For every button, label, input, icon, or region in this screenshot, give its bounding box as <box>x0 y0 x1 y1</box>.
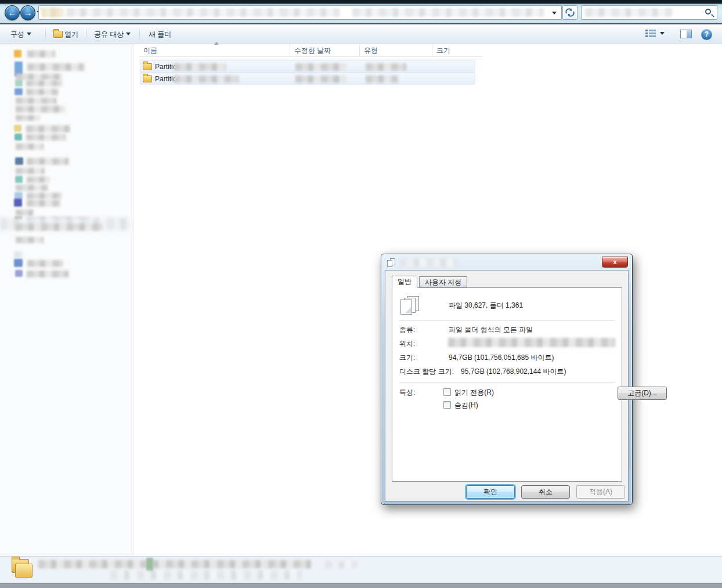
redacted-tree-item <box>27 158 68 165</box>
apply-button[interactable]: 적용(A) <box>576 485 625 499</box>
open-folder-icon <box>53 31 63 38</box>
refresh-button[interactable] <box>562 5 577 20</box>
close-button[interactable]: x <box>602 257 628 268</box>
dialog-body: 일반 사용자 지정 파일 30,627, 폴더 1,361 종류: 파일 폴더 … <box>385 270 629 502</box>
tree-item-icon <box>15 270 23 277</box>
redacted-tree-item <box>26 80 62 86</box>
readonly-checkbox[interactable] <box>443 388 451 396</box>
libraries-icon <box>14 125 21 132</box>
new-folder-button[interactable]: 새 폴더 <box>149 28 171 40</box>
organize-menu-button[interactable]: 구성 <box>10 28 31 40</box>
tree-item-icon <box>15 80 23 86</box>
close-icon: x <box>613 258 616 265</box>
file-row-partition-1[interactable]: Partitio <box>140 60 475 73</box>
cancel-button[interactable]: 취소 <box>521 485 570 499</box>
refresh-icon <box>565 8 575 17</box>
organize-label: 구성 <box>10 30 24 38</box>
redacted-tree-item <box>16 106 65 113</box>
tree-item-icon <box>15 134 22 140</box>
dialog-title-bar[interactable]: x <box>381 254 632 270</box>
column-header-name[interactable]: 이름 <box>139 44 290 57</box>
change-view-button[interactable] <box>645 30 665 41</box>
redacted-location-value <box>448 338 615 347</box>
redacted-file-name <box>174 75 239 83</box>
open-button[interactable]: 열기 <box>53 28 78 40</box>
computer-icon <box>14 199 22 207</box>
window-bottom-edge <box>0 583 722 588</box>
open-label: 열기 <box>64 30 78 38</box>
folder-icon <box>143 63 152 70</box>
navigation-pane[interactable] <box>0 44 133 556</box>
search-input[interactable] <box>581 5 717 20</box>
redacted-dialog-title <box>400 259 458 266</box>
redacted-details-line3 <box>325 561 357 568</box>
size-on-disk-label: 디스크 할당 크기: <box>399 367 454 377</box>
share-with-menu-button[interactable]: 공유 대상 <box>94 28 131 40</box>
tab-general[interactable]: 일반 <box>392 276 417 288</box>
type-label: 종류: <box>399 325 415 335</box>
redacted-tree-item <box>16 210 33 216</box>
size-on-disk-value: 95,7GB (102,768,902,144 바이트) <box>461 367 566 377</box>
redacted-tree-item <box>27 270 68 277</box>
column-header-row: 이름 수정한 날짜 유형 크기 <box>139 44 482 57</box>
redacted-tree-item <box>27 193 62 199</box>
navigation-bar: ← → <box>0 0 722 24</box>
list-view-icon <box>645 30 656 38</box>
favorites-icon <box>14 50 21 57</box>
explorer-window: ← → 구성 열기 공유 대상 새 폴더 <box>0 0 722 588</box>
address-bar[interactable] <box>38 5 562 20</box>
general-tab-page: 파일 30,627, 폴더 1,361 종류: 파일 폴더 형식의 모든 파일 … <box>392 287 622 482</box>
address-path-redacted-2 <box>352 8 544 17</box>
address-path-redacted <box>67 8 340 17</box>
redacted-tree-item <box>27 260 63 267</box>
chevron-down-icon <box>27 33 31 35</box>
file-row-partition-2[interactable]: Partitio <box>140 73 475 85</box>
redacted-tree-item <box>26 125 70 132</box>
redacted-tree-item <box>27 200 60 207</box>
column-header-size[interactable]: 크기 <box>432 44 482 57</box>
size-value: 94,7GB (101,756,051,685 바이트) <box>449 353 554 363</box>
size-label: 크기: <box>399 353 415 363</box>
search-text-redacted <box>585 8 672 17</box>
redacted-tree-item <box>16 185 48 191</box>
tree-item-icon <box>15 157 23 165</box>
redacted-tree-item <box>27 50 55 57</box>
redacted-tree-item <box>16 168 45 174</box>
type-value: 파일 폴더 형식의 모든 파일 <box>449 325 533 335</box>
help-button[interactable]: ? <box>701 28 712 40</box>
selection-summary: 파일 30,627, 폴더 1,361 <box>449 301 523 311</box>
tab-customize[interactable]: 사용자 지정 <box>419 276 467 287</box>
search-icon <box>705 9 711 15</box>
column-header-date-modified[interactable]: 수정한 날짜 <box>290 44 360 57</box>
forward-arrow-icon: → <box>24 8 33 17</box>
chevron-down-icon <box>660 32 665 35</box>
advanced-button[interactable]: 고급(D)... <box>618 387 667 400</box>
divider <box>399 320 615 321</box>
command-toolbar: 구성 열기 공유 대상 새 폴더 ? <box>0 24 722 44</box>
redacted-tree-item <box>26 134 66 140</box>
column-header-type[interactable]: 유형 <box>360 44 432 57</box>
redacted-tree-item <box>16 115 40 121</box>
help-icon: ? <box>701 29 712 40</box>
divider <box>399 382 615 383</box>
redacted-details-line1 <box>38 560 311 568</box>
redacted-tree-item <box>27 63 84 71</box>
redacted-tree-item <box>16 98 56 104</box>
redacted-tree-item <box>16 143 44 150</box>
tree-item-icon <box>15 176 23 183</box>
redacted-date <box>295 63 346 71</box>
redacted-tree-item <box>27 176 50 183</box>
forward-button[interactable]: → <box>20 5 35 20</box>
redacted-tree-item <box>14 251 23 258</box>
preview-pane-button[interactable] <box>680 30 692 41</box>
properties-dialog: x 일반 사용자 지정 파일 30,627, 폴더 1,361 종류: 파일 폴… <box>381 254 633 505</box>
readonly-label: 읽기 전용(R) <box>454 388 494 398</box>
back-button[interactable]: ← <box>5 5 20 20</box>
hidden-label: 숨김(H) <box>454 401 478 410</box>
hidden-checkbox[interactable] <box>443 401 451 409</box>
ok-button[interactable]: 확인 <box>466 485 515 499</box>
address-dropdown-chevron-icon[interactable] <box>552 12 557 15</box>
multiple-files-icon-large <box>400 296 420 315</box>
preview-pane-icon <box>680 30 692 38</box>
location-label: 위치: <box>399 339 415 349</box>
